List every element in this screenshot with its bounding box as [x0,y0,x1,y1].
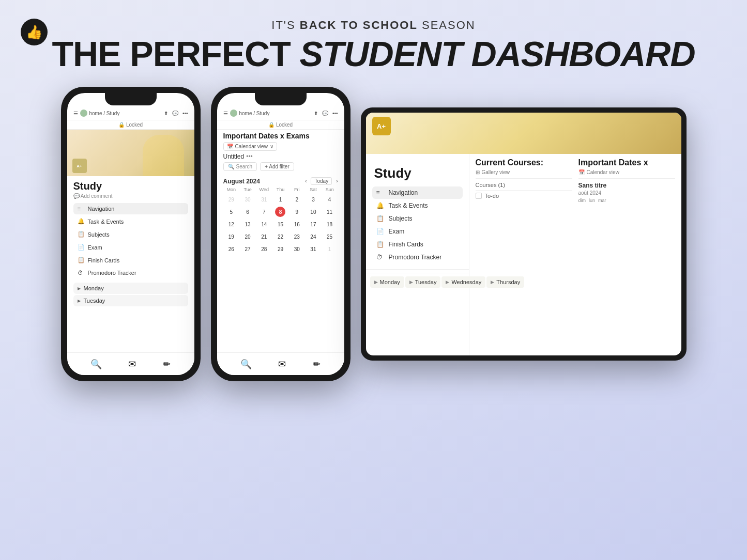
cal-day[interactable]: 15 [275,219,285,229]
edit-bottom-icon[interactable]: ✏ [163,359,171,370]
nav-item-task-events[interactable]: 🔔 Task & Events [73,215,188,227]
cal-day[interactable]: 14 [259,219,269,229]
phone-1-title: Study [73,180,188,192]
cal-day[interactable]: 12 [226,219,236,229]
cal-day[interactable]: 11 [325,207,335,217]
cal-day[interactable]: 3 [308,194,318,205]
nav-item-exam[interactable]: 📄 Exam [73,241,188,253]
cal-day[interactable]: 5 [226,207,236,217]
search-bottom-icon-2[interactable]: 🔍 [240,359,252,370]
sidebar-divider [366,269,469,270]
todo-checkbox[interactable] [476,193,482,199]
cal-day[interactable]: 18 [325,219,335,229]
search-icon: 🔍 [228,164,234,169]
edit-bottom-icon-2[interactable]: ✏ [313,359,321,370]
cal-day[interactable]: 2 [292,194,302,205]
tablet-nav-label-cards: Finish Cards [389,241,423,248]
today-button[interactable]: Today [311,177,332,185]
share-icon-2[interactable]: ⬆ [314,111,318,116]
cal-day[interactable]: 17 [308,219,318,229]
hamburger-icon-2[interactable]: ☰ [223,111,228,116]
phone-2: ☰ home / Study ⬆ 💬 ••• 🔒 Locked Importan… [211,87,350,381]
nav-item-finish-cards[interactable]: 📋 Finish Cards [73,254,188,266]
sub-bold: BACK TO SCHOOL [300,19,418,32]
cal-day[interactable]: 1 [275,194,285,205]
nav-item-subjects[interactable]: 📋 Subjects [73,228,188,240]
prev-month-button[interactable]: ‹ [305,178,307,184]
search-bottom-icon[interactable]: 🔍 [90,359,102,370]
phone-1-add-comment[interactable]: 💬 Add comment [73,193,188,199]
tablet-nav: ≡ Navigation 🔔 Task & Events 📋 Subjects [366,184,469,266]
calendar-view-text-tablet: Calendar view [587,169,619,175]
cal-day[interactable]: 21 [259,231,269,242]
breadcrumb-text-2: home / Study [239,111,270,116]
calendar-view-icon: 📅 [227,144,233,149]
cal-day[interactable]: 16 [292,219,302,229]
cal-day[interactable]: 29 [226,194,236,205]
cal-day[interactable]: 1 [325,244,335,254]
cal-day[interactable]: 13 [242,219,253,229]
phone-1-content: Study 💬 Add comment ≡ Navigation 🔔 Task … [67,176,194,312]
cal-day-today[interactable]: 8 [275,207,285,217]
day-item-monday[interactable]: ▶ Monday [73,283,188,294]
day-item-tuesday[interactable]: ▶ Tuesday [73,295,188,306]
nav-cards-icon-tablet: 📋 [376,241,385,248]
search-button[interactable]: 🔍 Search [223,162,257,171]
calendar-header: Important Dates x Exams 📅 Calendar view … [217,130,344,177]
more-icon[interactable]: ••• [182,111,188,116]
filter-button[interactable]: + Add filter [260,162,294,171]
more-icon-2[interactable]: ••• [332,111,338,116]
cal-day[interactable]: 30 [242,194,253,205]
hamburger-icon[interactable]: ☰ [73,111,78,116]
tablet-nav-label-exam: Exam [389,228,405,235]
cal-day[interactable]: 22 [275,231,285,242]
comment-icon-2[interactable]: 💬 [322,111,328,116]
cal-day[interactable]: 31 [259,194,269,205]
day-tue: Tue [239,187,256,192]
cal-day[interactable]: 9 [292,207,302,217]
nav-item-navigation[interactable]: ≡ Navigation [73,203,188,214]
courses-title: Current Courses: [476,158,572,167]
cal-day[interactable]: 26 [226,244,236,254]
cal-week-5: 26 27 28 29 30 31 1 [223,244,338,254]
comment-icon[interactable]: 💬 [172,111,178,116]
tablet-nav-promodoro[interactable]: ⏱ Promodoro Tracker [372,251,463,263]
tablet-sections: Current Courses: ⊞ Gallery view Courses … [476,158,675,204]
nav-cards-icon: 📋 [78,257,85,263]
cal-day[interactable]: 7 [259,207,269,217]
tablet-nav-task[interactable]: 🔔 Task & Events [372,199,463,212]
inbox-bottom-icon-2[interactable]: ✉ [278,359,286,370]
cal-day[interactable]: 23 [292,231,302,242]
cal-day[interactable]: 28 [259,244,269,254]
tablet-nav-finish-cards[interactable]: 📋 Finish Cards [372,238,463,251]
cal-day[interactable]: 24 [308,231,318,242]
share-icon[interactable]: ⬆ [164,111,168,116]
cal-day[interactable]: 29 [275,244,285,254]
cal-day[interactable]: 27 [242,244,253,254]
cal-day[interactable]: 10 [308,207,318,217]
calendar-view-button[interactable]: 📅 Calendar view ∨ [223,142,277,151]
tablet-nav-exam[interactable]: 📄 Exam [372,225,463,238]
tablet-nav-subjects[interactable]: 📋 Subjects [372,212,463,225]
nav-item-promodoro[interactable]: ⏱ Promodoro Tracker [73,267,188,278]
nav-label-finish-cards: Finish Cards [88,257,120,263]
tablet-nav-navigation[interactable]: ≡ Navigation [372,186,463,199]
tablet-screen: A+ Study ≡ Navigation 🔔 Task & Events [366,113,681,355]
cal-day[interactable]: 19 [226,231,236,242]
cal-day[interactable]: 20 [242,231,253,242]
phone-1-locked: 🔒 Locked [67,120,194,130]
cal-day[interactable]: 6 [242,207,253,217]
arrow-icon-tuesday: ▶ [78,299,81,303]
tablet-day-tuesday[interactable]: ▶ Tuesday [405,276,441,288]
next-month-button[interactable]: › [336,178,338,184]
gallery-view-label[interactable]: ⊞ Gallery view [476,169,572,175]
cal-day[interactable]: 25 [325,231,335,242]
cal-day[interactable]: 30 [292,244,302,254]
header-section: IT'S BACK TO SCHOOL SEASON THE PERFECT S… [0,0,747,82]
inbox-bottom-icon[interactable]: ✉ [128,359,136,370]
day-mon: Mon [223,187,240,192]
calendar-view-label-tablet[interactable]: 📅 Calendar view [578,169,675,175]
cal-day[interactable]: 31 [308,244,318,254]
tablet-day-monday[interactable]: ▶ Monday [370,276,404,288]
cal-day[interactable]: 4 [325,194,335,205]
